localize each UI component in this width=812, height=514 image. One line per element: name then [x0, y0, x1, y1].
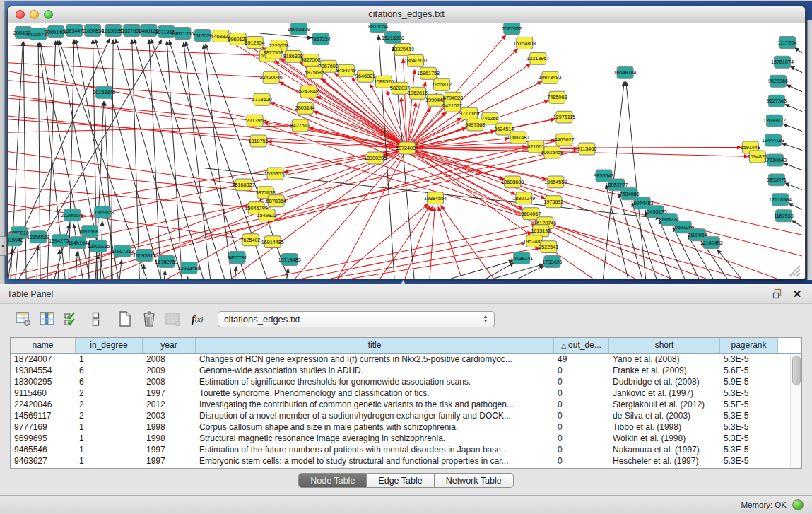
table-row[interactable]: 1830029562008Estimation of significance … [11, 376, 801, 387]
table-mode-icon[interactable] [13, 309, 34, 329]
graph-node[interactable] [290, 23, 307, 35]
graph-node[interactable] [408, 54, 424, 66]
graph-edge[interactable] [785, 183, 802, 189]
graph-node[interactable] [230, 33, 246, 45]
graph-edge[interactable] [626, 82, 646, 279]
table-cell[interactable]: 5.3E-5 [720, 354, 778, 365]
table-cell[interactable]: 2003 [143, 410, 196, 421]
graph-node[interactable] [105, 24, 122, 36]
minimize-button[interactable] [30, 10, 39, 19]
graph-node[interactable] [250, 135, 266, 147]
graph-node[interactable] [181, 262, 197, 274]
table-cell[interactable]: 5.6E-5 [720, 365, 778, 376]
graph-edge[interactable] [8, 94, 407, 148]
graph-node[interactable] [82, 226, 98, 238]
graph-edge[interactable] [143, 264, 143, 279]
graph-node[interactable] [175, 27, 191, 39]
collapsed-panel-handle[interactable]: ▸ [0, 236, 7, 256]
graph-edge[interactable] [338, 204, 428, 279]
graph-node[interactable] [428, 192, 444, 204]
table-cell[interactable]: Yano et al. (2008) [609, 354, 720, 365]
table-cell[interactable]: 6 [76, 376, 143, 387]
graph-node[interactable] [338, 64, 354, 76]
table-cell[interactable]: 2008 [143, 376, 196, 387]
table-cell[interactable]: 1 [76, 354, 143, 365]
graph-node[interactable] [370, 23, 386, 32]
graph-edge[interactable] [785, 105, 802, 112]
graph-edge[interactable] [407, 148, 515, 195]
graph-node[interactable] [617, 66, 633, 78]
graph-node[interactable] [85, 24, 101, 36]
table-cell[interactable]: 0 [554, 387, 609, 399]
graph-node[interactable] [772, 194, 788, 206]
graph-edge[interactable] [407, 148, 802, 235]
graph-node[interactable] [213, 30, 229, 42]
graph-node[interactable] [428, 94, 444, 106]
graph-node[interactable] [546, 196, 562, 208]
graph-node[interactable] [247, 115, 263, 127]
graph-edge[interactable] [338, 148, 407, 279]
table-cell[interactable]: 1 [76, 455, 143, 467]
graph-node[interactable] [579, 143, 595, 155]
table-cell[interactable]: Corpus callosum shape and size in male p… [196, 421, 554, 433]
table-cell[interactable]: 2 [76, 410, 143, 421]
graph-node[interactable] [420, 67, 437, 79]
table-cell[interactable]: 1 [76, 433, 143, 444]
graph-node[interactable] [229, 252, 245, 264]
graph-node[interactable] [30, 28, 47, 40]
graph-node[interactable] [766, 115, 782, 127]
table-cell[interactable]: de Silva et al. (2003) [609, 410, 720, 421]
graph-edge[interactable] [305, 108, 777, 279]
graph-node[interactable] [703, 237, 719, 249]
table-cell[interactable]: Estimation of the future numbers of pati… [196, 444, 554, 455]
graph-edge[interactable] [352, 248, 540, 279]
graph-node[interactable] [96, 86, 112, 98]
graph-node[interactable] [16, 26, 32, 38]
graph-node[interactable] [254, 93, 270, 105]
table-cell[interactable]: Changes of HCN gene expression and I(f) … [196, 354, 554, 365]
table-row[interactable]: 1938455462009Genome-wide association stu… [11, 365, 801, 376]
graph-node[interactable] [263, 71, 279, 83]
window-titlebar[interactable]: citations_edges.txt [8, 6, 805, 23]
graph-node[interactable] [300, 86, 317, 98]
graph-node[interactable] [749, 151, 765, 163]
graph-node[interactable] [281, 254, 298, 266]
table-cell[interactable]: 2009 [143, 365, 196, 376]
table-cell[interactable]: Franke et al. (2009) [609, 365, 720, 376]
graph-node[interactable] [235, 179, 252, 191]
graph-node[interactable] [242, 234, 259, 246]
graph-edge[interactable] [284, 148, 407, 172]
graph-node[interactable] [523, 208, 539, 220]
graph-edge[interactable] [783, 124, 802, 131]
graph-node[interactable] [30, 231, 47, 243]
graph-edge[interactable] [134, 39, 204, 279]
table-cell[interactable]: 9463627 [11, 455, 76, 467]
graph-node[interactable] [306, 66, 322, 78]
graph-edge[interactable] [790, 66, 802, 73]
table-cell[interactable]: 5.3E-5 [720, 444, 778, 455]
graph-edge[interactable] [116, 39, 182, 279]
table-cell[interactable]: 9777169 [11, 421, 76, 433]
table-cell[interactable]: Embryonic stem cells: a model to study s… [196, 455, 554, 467]
create-column-icon[interactable] [114, 309, 136, 329]
graph-node[interactable] [504, 23, 520, 34]
graph-node[interactable] [434, 78, 450, 90]
table-row[interactable]: 946362711997Embryonic stem cells: a mode… [11, 455, 801, 467]
graph-node[interactable] [765, 134, 781, 146]
graph-edge[interactable] [37, 246, 38, 279]
graph-node[interactable] [467, 119, 483, 131]
graph-node[interactable] [544, 146, 560, 158]
table-cell[interactable]: 5.3E-5 [720, 455, 778, 467]
table-cell[interactable]: 5.3E-5 [720, 433, 778, 444]
graph-node[interactable] [770, 75, 786, 87]
column-header-title[interactable]: title [196, 338, 554, 353]
table-cell[interactable]: 0 [554, 444, 609, 455]
show-columns-icon[interactable] [37, 309, 58, 329]
graph-edge[interactable] [787, 85, 802, 92]
graph-node[interactable] [158, 25, 175, 37]
graph-node[interactable] [384, 31, 401, 43]
graph-node[interactable] [141, 24, 157, 36]
table-cell[interactable]: 0 [554, 421, 609, 433]
table-cell[interactable]: 2 [76, 399, 143, 410]
table-cell[interactable]: Tibbo et al. (1998) [609, 421, 720, 433]
